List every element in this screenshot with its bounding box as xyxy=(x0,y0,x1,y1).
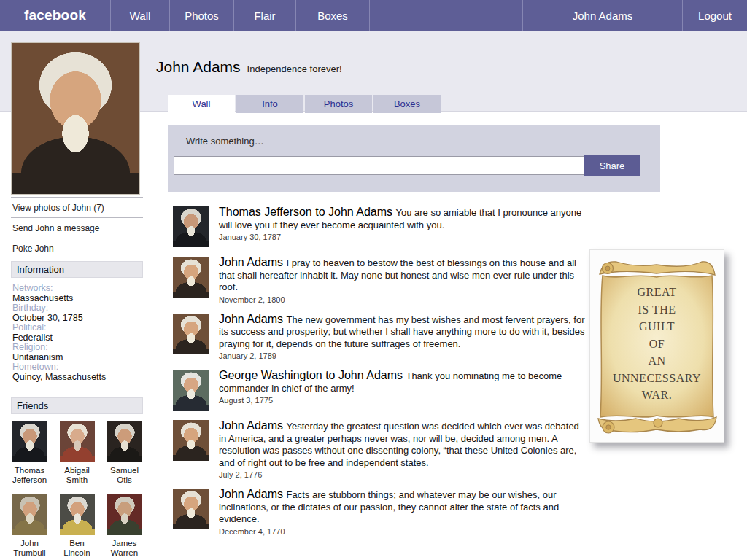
post-text: John Adams The new government has my bes… xyxy=(219,314,586,350)
post-text: John Adams Facts are stubborn things; an… xyxy=(219,489,586,525)
friend-name-line1: Thomas xyxy=(12,466,47,475)
poster-text: GREAT IS THE GUILT OF AN UNNECESSARY WAR… xyxy=(590,284,724,404)
poster-line: WAR. xyxy=(590,386,724,404)
friend-card-abigail-smith[interactable]: Abigail Smith xyxy=(58,421,96,485)
post-text: John Adams Yesterday the greatest questi… xyxy=(219,420,586,468)
nav-item-flair[interactable]: Flair xyxy=(234,0,296,31)
poster-line: OF xyxy=(590,335,724,353)
post-avatar-john-adams[interactable] xyxy=(173,489,209,529)
post-body: John Adams I pray to heaven to bestow th… xyxy=(219,257,586,304)
friend-card-james-warren[interactable]: James Warren xyxy=(106,494,143,558)
post-author: John Adams xyxy=(219,488,283,500)
friend-name[interactable]: Thomas Jefferson xyxy=(12,466,47,485)
poster-card: GREAT IS THE GUILT OF AN UNNECESSARY WAR… xyxy=(589,249,724,443)
post-avatar-john-adams[interactable] xyxy=(173,420,209,461)
post-body: John Adams The new government has my bes… xyxy=(219,314,586,361)
friend-name[interactable]: John Trumbull xyxy=(13,539,45,558)
post-date: December 4, 1770 xyxy=(219,527,586,536)
post-date: November 2, 1800 xyxy=(219,295,586,304)
top-nav: facebook Wall Photos Flair Boxes John Ad… xyxy=(0,0,747,31)
friend-photo[interactable] xyxy=(12,421,47,462)
tab-boxes[interactable]: Boxes xyxy=(374,95,441,113)
nav-item-boxes[interactable]: Boxes xyxy=(296,0,370,31)
post-author: John Adams xyxy=(219,256,283,268)
tab-info[interactable]: Info xyxy=(236,95,303,113)
sidebar-link-view-photos[interactable]: View photos of John (7) xyxy=(11,197,143,217)
info-value-religion: Unitarianism xyxy=(12,353,143,363)
poster-line: GUILT xyxy=(590,318,724,335)
friend-name-line2: Trumbull xyxy=(13,548,45,558)
friend-name[interactable]: Ben Lincoln xyxy=(63,539,90,558)
nav-spacer xyxy=(370,0,523,31)
info-label-hometown: Hometown: xyxy=(12,362,143,373)
post-body: Thomas Jefferson to John Adams You are s… xyxy=(219,206,586,247)
wall-post: John Adams Facts are stubborn things; an… xyxy=(173,489,586,536)
sidebar-link-send-message[interactable]: Send John a message xyxy=(11,217,143,238)
nav-item-current-user[interactable]: John Adams xyxy=(523,0,683,31)
wall-post: John Adams I pray to heaven to bestow th… xyxy=(173,257,586,304)
post-avatar-thomas-jefferson[interactable] xyxy=(173,206,209,247)
information-header: Information xyxy=(11,261,143,278)
poster-line: IS THE xyxy=(590,301,724,319)
friends-header: Friends xyxy=(11,397,143,414)
friend-photo[interactable] xyxy=(60,494,95,535)
profile-tagline: Independence forever! xyxy=(247,63,342,74)
post-author: John Adams xyxy=(219,313,283,325)
friend-name[interactable]: Samuel Otis xyxy=(110,466,139,485)
composer-label: Write something… xyxy=(186,136,264,147)
info-value-networks: Massachusetts xyxy=(12,294,143,304)
wall-post: George Washington to John Adams Thank yo… xyxy=(173,370,586,411)
friends-grid: Thomas Jefferson Abigail Smith Samuel Ot… xyxy=(11,421,143,558)
friend-card-ben-lincoln[interactable]: Ben Lincoln xyxy=(58,494,96,558)
friend-photo[interactable] xyxy=(60,421,95,462)
wall-feed: Thomas Jefferson to John Adams You are s… xyxy=(173,206,586,545)
poster-line: AN xyxy=(590,352,724,370)
friend-name-line1: John xyxy=(13,539,45,548)
post-author: Thomas Jefferson to John Adams xyxy=(219,206,392,218)
friend-name-line1: Ben xyxy=(63,539,90,548)
wall-post: John Adams The new government has my bes… xyxy=(173,314,586,361)
share-button[interactable]: Share xyxy=(584,155,640,176)
friend-name-line1: James xyxy=(111,539,138,548)
friend-card-samuel-otis[interactable]: Samuel Otis xyxy=(106,421,143,485)
friend-photo[interactable] xyxy=(12,494,47,535)
composer-panel: Write something… Share xyxy=(168,125,660,192)
post-avatar-john-adams[interactable] xyxy=(173,314,209,354)
info-label-political: Political: xyxy=(12,323,143,333)
tab-photos[interactable]: Photos xyxy=(305,95,372,113)
nav-item-wall[interactable]: Wall xyxy=(111,0,170,31)
sidebar: View photos of John (7) Send John a mess… xyxy=(11,197,143,558)
friend-name[interactable]: James Warren xyxy=(111,539,138,558)
sidebar-link-poke[interactable]: Poke John xyxy=(11,238,143,258)
page: facebook Wall Photos Flair Boxes John Ad… xyxy=(0,0,747,560)
friend-photo[interactable] xyxy=(107,421,142,462)
post-avatar-george-washington[interactable] xyxy=(173,370,209,411)
nav-item-logout[interactable]: Logout xyxy=(683,0,747,31)
facebook-logo[interactable]: facebook xyxy=(0,0,111,31)
post-text: George Washington to John Adams Thank yo… xyxy=(219,370,586,394)
wall-post: Thomas Jefferson to John Adams You are s… xyxy=(173,206,586,247)
post-author: John Adams xyxy=(219,419,283,432)
post-date: August 3, 1775 xyxy=(219,396,586,405)
friend-name-line2: Smith xyxy=(64,475,90,485)
friend-name[interactable]: Abigail Smith xyxy=(64,466,90,485)
tab-wall[interactable]: Wall xyxy=(168,95,235,113)
page-title: John Adams xyxy=(156,58,241,76)
profile-title-row: John Adams Independence forever! xyxy=(156,58,342,76)
profile-photo xyxy=(11,42,140,195)
post-date: January 2, 1789 xyxy=(219,351,586,360)
poster-line: UNNECESSARY xyxy=(590,370,724,387)
friend-name-line1: Samuel xyxy=(110,466,139,475)
friend-photo[interactable] xyxy=(107,494,142,535)
friend-card-john-trumbull[interactable]: John Trumbull xyxy=(11,494,48,558)
friend-name-line2: Warren xyxy=(111,548,138,558)
post-avatar-john-adams[interactable] xyxy=(173,257,209,298)
composer-input[interactable] xyxy=(174,156,587,175)
info-value-birthday: October 30, 1785 xyxy=(12,314,143,324)
info-label-networks: Networks: xyxy=(12,284,143,294)
nav-item-photos[interactable]: Photos xyxy=(170,0,234,31)
post-author: George Washington to John Adams xyxy=(219,369,403,381)
info-label-religion: Religion: xyxy=(12,343,143,353)
friend-card-thomas-jefferson[interactable]: Thomas Jefferson xyxy=(11,421,48,485)
info-value-hometown: Quincy, Massachusetts xyxy=(12,373,143,383)
